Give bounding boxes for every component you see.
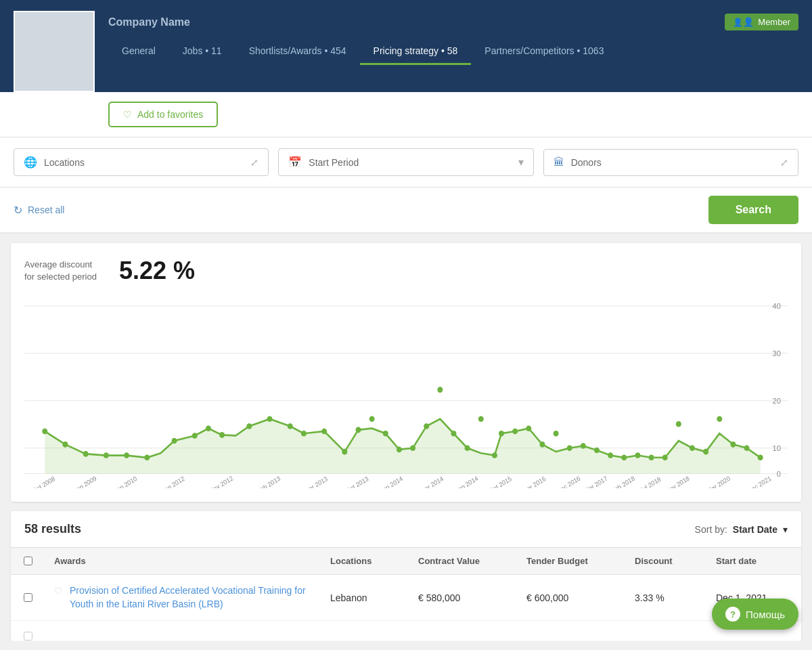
svg-point-20	[219, 432, 225, 438]
select-all-checkbox-cell[interactable]	[11, 548, 45, 574]
svg-point-57	[758, 454, 763, 460]
select-all-checkbox[interactable]	[24, 557, 32, 565]
svg-point-56	[744, 445, 750, 451]
action-row: ↻ Reset all Search	[0, 188, 812, 234]
donors-label: Donors	[571, 157, 773, 168]
location-cell: Lebanon	[321, 575, 409, 620]
svg-point-14	[104, 452, 109, 458]
svg-point-18	[192, 433, 198, 439]
svg-point-47	[621, 454, 627, 460]
header-top: Company Name 👤 Member	[108, 11, 798, 30]
svg-text:Nov 2018: Nov 2018	[664, 475, 690, 488]
search-button[interactable]: Search	[708, 196, 798, 224]
svg-point-11	[42, 429, 47, 435]
add-favorites-button[interactable]: ♡ Add to favorites	[108, 102, 218, 127]
tab-pricing[interactable]: Pricing strategy • 58	[360, 39, 472, 65]
svg-point-30	[397, 447, 402, 453]
tender-budget-cell: € 600,000	[517, 575, 625, 620]
sort-by-control[interactable]: Sort by: Start Date ▾	[695, 524, 788, 535]
svg-point-36	[478, 416, 484, 422]
row-checkbox-2[interactable]	[24, 632, 32, 641]
line-chart: 40 30 20 10 0	[24, 299, 788, 488]
svg-text:Mar 2017: Mar 2017	[583, 475, 609, 488]
tab-jobs[interactable]: Jobs • 11	[169, 39, 235, 65]
svg-point-27	[355, 427, 361, 433]
nav-tabs: General Jobs • 11 Shortlists/Awards • 45…	[108, 39, 798, 65]
svg-point-51	[676, 421, 681, 427]
tab-general[interactable]: General	[108, 39, 169, 65]
svg-point-41	[539, 441, 545, 448]
locations-label: Locations	[44, 157, 244, 168]
row-checkbox[interactable]	[24, 593, 32, 602]
svg-point-15	[124, 452, 129, 458]
svg-point-37	[492, 452, 497, 458]
dropdown-arrow: ▾	[518, 156, 524, 169]
locations-filter[interactable]: 🌐 Locations ⤢	[14, 148, 269, 176]
contract-value-cell-2	[409, 621, 517, 641]
svg-text:40: 40	[773, 302, 781, 310]
donors-filter[interactable]: 🏛 Donors ⤢	[543, 149, 798, 176]
page-header: Company Name 👤 Member General Jobs • 11 …	[0, 0, 812, 92]
company-avatar	[14, 11, 95, 92]
svg-point-35	[465, 445, 470, 451]
table-row	[11, 621, 801, 641]
member-badge: 👤 Member	[725, 14, 798, 30]
member-label: Member	[758, 17, 790, 27]
svg-point-39	[512, 429, 518, 435]
globe-icon: 🌐	[24, 156, 37, 169]
svg-point-44	[581, 443, 586, 449]
help-icon: ?	[725, 607, 740, 622]
svg-point-42	[554, 431, 559, 437]
svg-text:Jan 2012: Jan 2012	[161, 475, 186, 488]
row-checkbox-cell-2[interactable]	[11, 621, 45, 641]
svg-point-46	[608, 452, 613, 458]
svg-text:Sep 2014: Sep 2014	[453, 475, 479, 488]
svg-point-16	[144, 454, 150, 460]
col-awards: Awards	[45, 548, 321, 574]
sort-arrow: ▾	[783, 524, 788, 535]
svg-text:Jul 2018: Jul 2018	[639, 476, 662, 488]
svg-point-19	[206, 425, 211, 431]
svg-marker-10	[45, 419, 761, 474]
svg-text:Sep 2009: Sep 2009	[72, 475, 97, 488]
tab-shortlists[interactable]: Shortlists/Awards • 454	[235, 39, 360, 65]
svg-point-22	[267, 416, 273, 422]
col-locations: Locations	[321, 548, 409, 574]
svg-point-33	[437, 387, 443, 393]
contract-value-cell: € 580,000	[409, 575, 517, 620]
header-right: Company Name 👤 Member General Jobs • 11 …	[108, 11, 798, 65]
svg-text:Dec 2016: Dec 2016	[556, 475, 581, 488]
svg-point-43	[567, 445, 572, 451]
svg-text:Oct 2013: Oct 2013	[345, 475, 370, 488]
avg-label: Average discount for selected period	[24, 259, 99, 283]
location-cell-2	[321, 621, 409, 641]
help-button[interactable]: ? Помощь	[712, 599, 798, 630]
award-cell: ♡ Provision of Certified Accelerated Voc…	[45, 575, 321, 620]
favorite-icon[interactable]: ♡	[54, 584, 63, 597]
help-label: Помощь	[746, 609, 785, 620]
calendar-icon: 📅	[288, 156, 302, 169]
award-link[interactable]: Provision of Certified Accelerated Vocat…	[70, 584, 311, 611]
svg-point-45	[594, 448, 600, 454]
svg-point-49	[649, 454, 654, 460]
award-cell-2	[45, 621, 321, 641]
expand-icon: ⤢	[250, 157, 258, 168]
svg-text:Mar 2020: Mar 2020	[706, 475, 731, 488]
table-row: ♡ Provision of Certified Accelerated Voc…	[11, 575, 801, 621]
chart-header: Average discount for selected period 5.2…	[24, 257, 788, 285]
svg-text:Jan 2014: Jan 2014	[379, 475, 404, 488]
svg-text:Apr 2013: Apr 2013	[304, 475, 329, 488]
reset-label: Reset all	[28, 204, 64, 215]
favorites-section: ♡ Add to favorites	[0, 92, 812, 137]
filters-section: 🌐 Locations ⤢ 📅 Start Period ▾ 🏛 Donors …	[0, 137, 812, 188]
svg-point-54	[717, 416, 722, 422]
start-period-filter[interactable]: 📅 Start Period ▾	[278, 148, 533, 176]
svg-point-52	[690, 445, 695, 451]
discount-cell: 3.33 %	[625, 575, 706, 620]
col-discount: Discount	[625, 548, 706, 574]
row-checkbox-cell[interactable]	[11, 575, 45, 620]
svg-point-25	[321, 429, 327, 435]
expand-icon-2: ⤢	[780, 157, 788, 168]
tab-partners[interactable]: Partners/Competitors • 1063	[471, 39, 617, 65]
reset-all-button[interactable]: ↻ Reset all	[14, 204, 64, 217]
